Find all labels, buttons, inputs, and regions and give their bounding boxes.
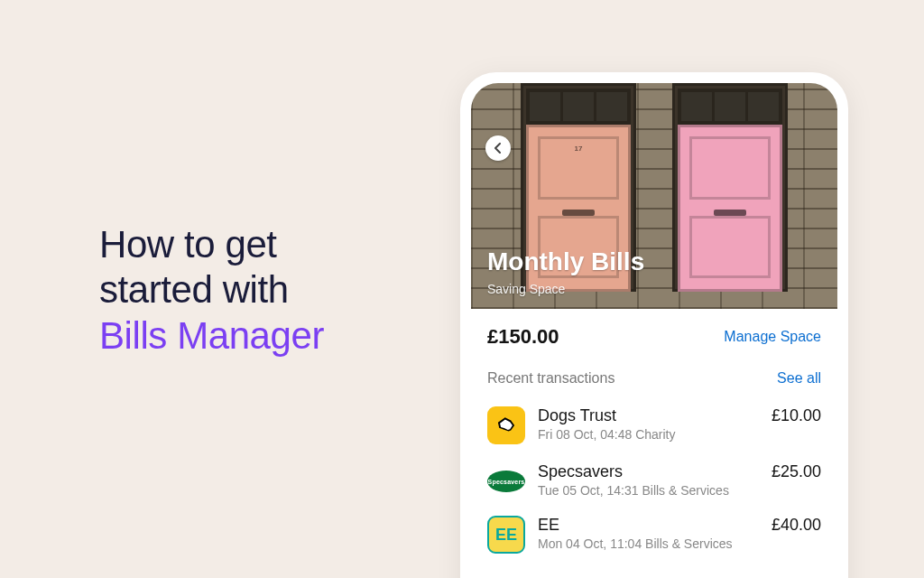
- merchant-logo-ee: EE: [487, 516, 525, 554]
- merchant-logo-dogs-trust: [487, 406, 525, 444]
- transaction-row[interactable]: Dogs Trust Fri 08 Oct, 04:48 Charity £10…: [471, 397, 837, 453]
- back-button[interactable]: [485, 135, 511, 161]
- merchant-name: Specsavers: [538, 462, 759, 481]
- hero-banner: 17 Month: [471, 83, 837, 309]
- see-all-link[interactable]: See all: [777, 370, 821, 387]
- phone-screen: 17 Month: [471, 83, 837, 578]
- hero-title: Monthly Bills: [487, 247, 644, 276]
- heading-accent: Bills Manager: [99, 314, 324, 357]
- manage-space-link[interactable]: Manage Space: [724, 329, 821, 345]
- heading-line2: started with: [99, 268, 289, 311]
- transaction-row[interactable]: Specsavers Specsavers Tue 05 Oct, 14:31 …: [471, 453, 837, 507]
- recent-label: Recent transactions: [487, 370, 614, 387]
- transaction-amount: £25.00: [772, 462, 821, 481]
- transaction-amount: £40.00: [772, 516, 821, 535]
- phone-frame: 17 Month: [460, 72, 848, 578]
- merchant-logo-specsavers: Specsavers: [487, 471, 525, 492]
- balance-amount: £150.00: [487, 325, 559, 349]
- transaction-meta: Tue 05 Oct, 14:31 Bills & Services: [538, 483, 759, 498]
- recent-header: Recent transactions See all: [471, 356, 837, 397]
- balance-row: £150.00 Manage Space: [471, 309, 837, 356]
- page-heading: How to get started with Bills Manager: [99, 222, 324, 359]
- door-right: [672, 83, 788, 292]
- merchant-name: Dogs Trust: [538, 406, 759, 425]
- merchant-name: EE: [538, 516, 759, 535]
- transaction-meta: Fri 08 Oct, 04:48 Charity: [538, 427, 759, 442]
- transaction-row[interactable]: EE EE Mon 04 Oct, 11:04 Bills & Services…: [471, 507, 837, 563]
- heading-line1: How to get: [99, 223, 277, 266]
- chevron-left-icon: [494, 143, 503, 154]
- hero-subtitle: Saving Space: [487, 282, 565, 296]
- transaction-meta: Mon 04 Oct, 11:04 Bills & Services: [538, 536, 759, 551]
- transaction-amount: £10.00: [772, 406, 821, 425]
